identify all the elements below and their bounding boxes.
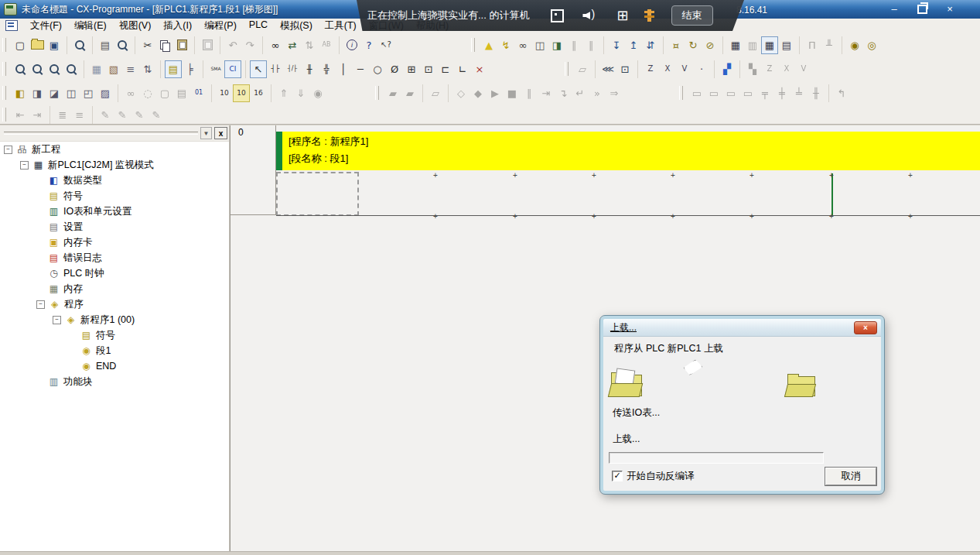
show-comments-button[interactable]: ▧ <box>105 60 122 78</box>
expander-icon[interactable]: − <box>36 300 45 309</box>
expander-icon[interactable]: − <box>4 146 12 154</box>
print-preview[interactable] <box>114 36 131 54</box>
new-or-contact-button[interactable]: ╫ <box>301 60 318 78</box>
io-comment-view-button[interactable]: CI <box>224 60 241 78</box>
menu-file[interactable]: 文件(F) <box>24 18 68 34</box>
dialog-close-button[interactable]: × <box>854 321 877 334</box>
work-online-button[interactable]: ▲ <box>480 36 497 54</box>
tree-item-plc-clock[interactable]: ◷PLC 时钟 <box>0 266 229 281</box>
key-icon[interactable] <box>647 9 651 22</box>
new-file-button[interactable]: ▢ <box>12 36 29 54</box>
menu-simulation[interactable]: 模拟(S) <box>274 18 319 34</box>
dialog-title-bar[interactable]: 上载... × <box>603 319 881 337</box>
line-connect-button[interactable]: ∟ <box>454 60 471 78</box>
transfer-from-plc-button[interactable]: ↥ <box>625 36 642 54</box>
selected-cell[interactable] <box>276 172 359 216</box>
paste[interactable] <box>173 36 190 54</box>
insert-below-v-button[interactable]: V <box>676 60 693 78</box>
menu-program[interactable]: 编程(P) <box>198 18 243 34</box>
toggle-watch-window2-button[interactable]: ◪ <box>46 84 63 102</box>
fullscreen-icon[interactable] <box>551 9 564 22</box>
context-help-button[interactable]: ↖? <box>377 36 394 54</box>
force-on-button[interactable]: ◉ <box>846 36 863 54</box>
change-all-button[interactable]: ⇄ <box>284 36 301 54</box>
tree-item-function-blocks[interactable]: ▥功能块 <box>0 374 229 389</box>
new-instruction-button[interactable]: ⊞ <box>403 60 420 78</box>
toggle-output-window-button[interactable]: ◨ <box>29 84 46 102</box>
toggle-cross-reference-button[interactable]: ◫ <box>63 84 80 102</box>
radix-decimal-button[interactable]: 10 <box>216 84 233 102</box>
new-function-block-button[interactable]: ⊡ <box>420 60 437 78</box>
expander-icon[interactable]: − <box>20 161 29 170</box>
plc-memory-view-button[interactable]: ▦ <box>761 36 778 54</box>
speaker-icon[interactable] <box>582 9 598 22</box>
pause-monitoring-button[interactable]: ◫ <box>531 36 548 54</box>
toggle-monitoring-button[interactable]: ∞ <box>514 36 531 54</box>
online-edit-button[interactable]: ¤ <box>668 36 685 54</box>
auto-decompile-checkbox[interactable]: ✓ <box>612 471 623 481</box>
insert-above-x-button[interactable]: X <box>659 60 676 78</box>
toggle-local-window-button[interactable]: ◰ <box>80 84 97 102</box>
cancel-online-edit-button[interactable]: ⊘ <box>702 36 719 54</box>
end-session-button[interactable]: 结束 <box>671 5 713 26</box>
tree-item-settings[interactable]: ▤设置 <box>0 219 229 235</box>
menu-view[interactable]: 视图(V) <box>113 18 158 34</box>
tree-item-data-types[interactable]: ◧数据类型 <box>0 173 229 188</box>
tree-item-project[interactable]: −品新工程 <box>0 142 229 157</box>
binary-display-button[interactable]: 01 <box>190 84 207 102</box>
tree-item-programs[interactable]: −◈程序 <box>0 296 229 312</box>
tree-item-memory-card[interactable]: ▣内存卡 <box>0 235 229 250</box>
save-file-button[interactable]: ▣ <box>46 36 63 54</box>
tree-item-symbols-local[interactable]: ▤符号 <box>0 327 229 343</box>
new-or-closed-contact-button[interactable]: ╬ <box>318 60 335 78</box>
restore-button[interactable] <box>913 3 930 15</box>
mnemonic-view-button[interactable]: SMA <box>207 60 224 78</box>
zoom-tool[interactable] <box>12 60 29 78</box>
show-monitor-data-button[interactable]: ⇅ <box>139 60 156 78</box>
new-closed-coil-button[interactable]: Ø <box>386 60 403 78</box>
tree-item-io-table[interactable]: ▥IO表和单元设置 <box>0 204 229 219</box>
show-hierarchy-button[interactable]: ╞ <box>182 60 199 78</box>
tree-item-memory[interactable]: ▦内存 <box>0 281 229 296</box>
help-topics-button[interactable]: ? <box>360 36 377 54</box>
show-symbol-bar-button[interactable]: ▤ <box>165 60 182 78</box>
properties-window-button[interactable]: ▨ <box>97 84 114 102</box>
insert-above-z-button[interactable]: Z <box>642 60 659 78</box>
watch-sheet-button[interactable]: ▞ <box>719 60 736 78</box>
tree-item-end[interactable]: ◉END <box>0 358 229 374</box>
radix-signed-decimal-button[interactable]: 10 <box>233 84 250 102</box>
find-button[interactable]: ∞ <box>267 36 284 54</box>
check-program[interactable] <box>71 36 88 54</box>
zoom-in[interactable] <box>29 60 46 78</box>
tree-item-new-program[interactable]: −◈新程序1 (00) <box>0 312 229 327</box>
menu-edit[interactable]: 编辑(E) <box>68 18 113 34</box>
data-trace-button[interactable]: ▤ <box>778 36 795 54</box>
compile-all-programs-button[interactable]: ⊡ <box>616 60 633 78</box>
workspace-close-button[interactable]: x <box>214 127 227 139</box>
send-online-edit-button[interactable]: ↻ <box>685 36 702 54</box>
cut-button[interactable]: ✂ <box>139 36 156 54</box>
transfer-to-plc-button[interactable]: ↧ <box>608 36 625 54</box>
force-off-button[interactable]: ◎ <box>863 36 880 54</box>
menu-plc[interactable]: PLC <box>243 18 274 34</box>
new-horizontal-line-button[interactable]: ─ <box>352 60 369 78</box>
open-file[interactable] <box>29 36 46 54</box>
zoom-to-fit[interactable] <box>63 60 80 78</box>
new-vertical-line-button[interactable]: │ <box>335 60 352 78</box>
plc-mode-button[interactable]: ◨ <box>548 36 565 54</box>
about[interactable]: i <box>343 36 360 54</box>
copy[interactable] <box>156 36 173 54</box>
workspace-dropdown-button[interactable]: ▼ <box>200 127 212 139</box>
cancel-button[interactable]: 取消 <box>825 468 876 485</box>
tree-item-plc[interactable]: −▦新PLC1[CJ2M] 监视模式 <box>0 157 229 173</box>
watch-window-button[interactable]: ▦ <box>727 36 744 54</box>
new-coil-button[interactable]: ○ <box>369 60 386 78</box>
expander-icon[interactable]: − <box>53 316 61 324</box>
zoom-out[interactable] <box>46 60 63 78</box>
print-button[interactable]: ▤ <box>97 36 114 54</box>
compile-program-button[interactable]: ⋘ <box>599 60 616 78</box>
tree-item-symbols-global[interactable]: ▤符号 <box>0 188 229 204</box>
line-erase-button[interactable]: × <box>471 60 488 78</box>
close-button[interactable]: × <box>941 3 958 15</box>
tree-item-section1[interactable]: ◉段1 <box>0 343 229 358</box>
